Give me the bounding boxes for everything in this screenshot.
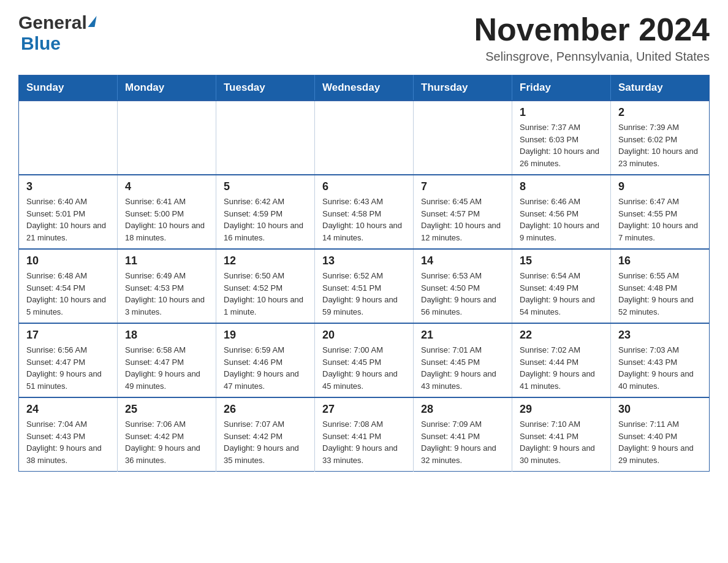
day-number: 15 [520, 255, 603, 267]
day-number: 28 [421, 403, 504, 416]
day-info: Sunrise: 6:53 AM Sunset: 4:50 PM Dayligh… [421, 270, 504, 318]
day-number: 22 [520, 329, 603, 342]
calendar-cell [19, 101, 118, 175]
week-row-1: 1Sunrise: 7:37 AM Sunset: 6:03 PM Daylig… [19, 101, 710, 175]
calendar-cell: 13Sunrise: 6:52 AM Sunset: 4:51 PM Dayli… [315, 249, 414, 323]
calendar-cell: 5Sunrise: 6:42 AM Sunset: 4:59 PM Daylig… [216, 175, 315, 249]
day-number: 4 [125, 180, 208, 193]
day-number: 18 [125, 329, 208, 342]
calendar-cell: 29Sunrise: 7:10 AM Sunset: 4:41 PM Dayli… [512, 397, 611, 472]
day-number: 23 [618, 329, 702, 342]
logo: General Blue [18, 12, 96, 54]
day-info: Sunrise: 7:03 AM Sunset: 4:43 PM Dayligh… [618, 344, 702, 392]
day-number: 24 [26, 403, 110, 416]
day-info: Sunrise: 7:01 AM Sunset: 4:45 PM Dayligh… [421, 344, 504, 392]
calendar-cell: 28Sunrise: 7:09 AM Sunset: 4:41 PM Dayli… [414, 397, 512, 472]
day-number: 11 [125, 255, 208, 267]
calendar-cell: 10Sunrise: 6:48 AM Sunset: 4:54 PM Dayli… [19, 249, 118, 323]
calendar-cell: 22Sunrise: 7:02 AM Sunset: 4:44 PM Dayli… [512, 323, 611, 397]
calendar-cell: 7Sunrise: 6:45 AM Sunset: 4:57 PM Daylig… [414, 175, 512, 249]
day-info: Sunrise: 7:06 AM Sunset: 4:42 PM Dayligh… [125, 418, 208, 466]
day-number: 7 [421, 180, 504, 193]
day-number: 26 [224, 403, 307, 416]
calendar-cell: 24Sunrise: 7:04 AM Sunset: 4:43 PM Dayli… [19, 397, 118, 472]
day-info: Sunrise: 6:40 AM Sunset: 5:01 PM Dayligh… [26, 196, 110, 243]
calendar-cell [414, 101, 512, 175]
day-info: Sunrise: 6:45 AM Sunset: 4:57 PM Dayligh… [421, 196, 504, 243]
day-number: 19 [224, 329, 307, 342]
day-info: Sunrise: 7:02 AM Sunset: 4:44 PM Dayligh… [520, 344, 603, 392]
header: General Blue November 2024 Selinsgrove, … [18, 12, 710, 64]
day-number: 27 [322, 403, 406, 416]
calendar-cell: 11Sunrise: 6:49 AM Sunset: 4:53 PM Dayli… [118, 249, 216, 323]
day-info: Sunrise: 6:48 AM Sunset: 4:54 PM Dayligh… [26, 270, 110, 318]
month-title: November 2024 [474, 12, 710, 47]
calendar-table: SundayMondayTuesdayWednesdayThursdayFrid… [18, 75, 710, 472]
calendar-cell: 21Sunrise: 7:01 AM Sunset: 4:45 PM Dayli… [414, 323, 512, 397]
calendar-cell: 14Sunrise: 6:53 AM Sunset: 4:50 PM Dayli… [414, 249, 512, 323]
day-info: Sunrise: 7:09 AM Sunset: 4:41 PM Dayligh… [421, 418, 504, 466]
weekday-header-saturday: Saturday [611, 75, 710, 101]
day-number: 12 [224, 255, 307, 267]
day-info: Sunrise: 7:37 AM Sunset: 6:03 PM Dayligh… [520, 121, 603, 169]
weekday-header-tuesday: Tuesday [216, 75, 315, 101]
logo-blue-text: Blue [21, 33, 61, 54]
day-info: Sunrise: 7:07 AM Sunset: 4:42 PM Dayligh… [224, 418, 307, 466]
calendar-cell: 16Sunrise: 6:55 AM Sunset: 4:48 PM Dayli… [611, 249, 710, 323]
day-info: Sunrise: 6:41 AM Sunset: 5:00 PM Dayligh… [125, 196, 208, 243]
week-row-4: 17Sunrise: 6:56 AM Sunset: 4:47 PM Dayli… [19, 323, 710, 397]
calendar-cell: 25Sunrise: 7:06 AM Sunset: 4:42 PM Dayli… [118, 397, 216, 472]
calendar-cell: 17Sunrise: 6:56 AM Sunset: 4:47 PM Dayli… [19, 323, 118, 397]
calendar-cell: 1Sunrise: 7:37 AM Sunset: 6:03 PM Daylig… [512, 101, 611, 175]
day-info: Sunrise: 6:52 AM Sunset: 4:51 PM Dayligh… [322, 270, 406, 318]
day-info: Sunrise: 6:47 AM Sunset: 4:55 PM Dayligh… [618, 196, 702, 243]
weekday-header-sunday: Sunday [19, 75, 118, 101]
day-number: 9 [618, 180, 702, 193]
day-info: Sunrise: 7:04 AM Sunset: 4:43 PM Dayligh… [26, 418, 110, 466]
day-info: Sunrise: 6:54 AM Sunset: 4:49 PM Dayligh… [520, 270, 603, 318]
calendar-cell: 4Sunrise: 6:41 AM Sunset: 5:00 PM Daylig… [118, 175, 216, 249]
calendar-cell: 2Sunrise: 7:39 AM Sunset: 6:02 PM Daylig… [611, 101, 710, 175]
week-row-2: 3Sunrise: 6:40 AM Sunset: 5:01 PM Daylig… [19, 175, 710, 249]
calendar-cell [118, 101, 216, 175]
day-info: Sunrise: 7:39 AM Sunset: 6:02 PM Dayligh… [618, 121, 702, 169]
day-info: Sunrise: 6:59 AM Sunset: 4:46 PM Dayligh… [224, 344, 307, 392]
day-info: Sunrise: 6:43 AM Sunset: 4:58 PM Dayligh… [322, 196, 406, 243]
weekday-header-thursday: Thursday [414, 75, 512, 101]
calendar-cell: 8Sunrise: 6:46 AM Sunset: 4:56 PM Daylig… [512, 175, 611, 249]
day-info: Sunrise: 7:10 AM Sunset: 4:41 PM Dayligh… [520, 418, 603, 466]
day-info: Sunrise: 6:50 AM Sunset: 4:52 PM Dayligh… [224, 270, 307, 318]
day-number: 29 [520, 403, 603, 416]
calendar-cell: 26Sunrise: 7:07 AM Sunset: 4:42 PM Dayli… [216, 397, 315, 472]
day-info: Sunrise: 6:42 AM Sunset: 4:59 PM Dayligh… [224, 196, 307, 243]
calendar-cell: 18Sunrise: 6:58 AM Sunset: 4:47 PM Dayli… [118, 323, 216, 397]
day-info: Sunrise: 6:55 AM Sunset: 4:48 PM Dayligh… [618, 270, 702, 318]
day-number: 5 [224, 180, 307, 193]
week-row-3: 10Sunrise: 6:48 AM Sunset: 4:54 PM Dayli… [19, 249, 710, 323]
day-number: 13 [322, 255, 406, 267]
logo-general-text: General [18, 12, 87, 33]
day-info: Sunrise: 7:08 AM Sunset: 4:41 PM Dayligh… [322, 418, 406, 466]
weekday-header-wednesday: Wednesday [315, 75, 414, 101]
day-info: Sunrise: 6:46 AM Sunset: 4:56 PM Dayligh… [520, 196, 603, 243]
day-info: Sunrise: 6:56 AM Sunset: 4:47 PM Dayligh… [26, 344, 110, 392]
day-number: 6 [322, 180, 406, 193]
week-row-5: 24Sunrise: 7:04 AM Sunset: 4:43 PM Dayli… [19, 397, 710, 472]
calendar-cell: 30Sunrise: 7:11 AM Sunset: 4:40 PM Dayli… [611, 397, 710, 472]
calendar-cell: 9Sunrise: 6:47 AM Sunset: 4:55 PM Daylig… [611, 175, 710, 249]
calendar-cell: 23Sunrise: 7:03 AM Sunset: 4:43 PM Dayli… [611, 323, 710, 397]
day-number: 25 [125, 403, 208, 416]
day-number: 1 [520, 106, 603, 119]
title-area: November 2024 Selinsgrove, Pennsylvania,… [474, 12, 710, 64]
weekday-header-friday: Friday [512, 75, 611, 101]
calendar-cell: 3Sunrise: 6:40 AM Sunset: 5:01 PM Daylig… [19, 175, 118, 249]
day-info: Sunrise: 7:11 AM Sunset: 4:40 PM Dayligh… [618, 418, 702, 466]
weekday-header-row: SundayMondayTuesdayWednesdayThursdayFrid… [19, 75, 710, 101]
day-number: 8 [520, 180, 603, 193]
weekday-header-monday: Monday [118, 75, 216, 101]
day-number: 3 [26, 180, 110, 193]
day-info: Sunrise: 6:49 AM Sunset: 4:53 PM Dayligh… [125, 270, 208, 318]
calendar-cell: 27Sunrise: 7:08 AM Sunset: 4:41 PM Dayli… [315, 397, 414, 472]
day-number: 16 [618, 255, 702, 267]
day-number: 21 [421, 329, 504, 342]
